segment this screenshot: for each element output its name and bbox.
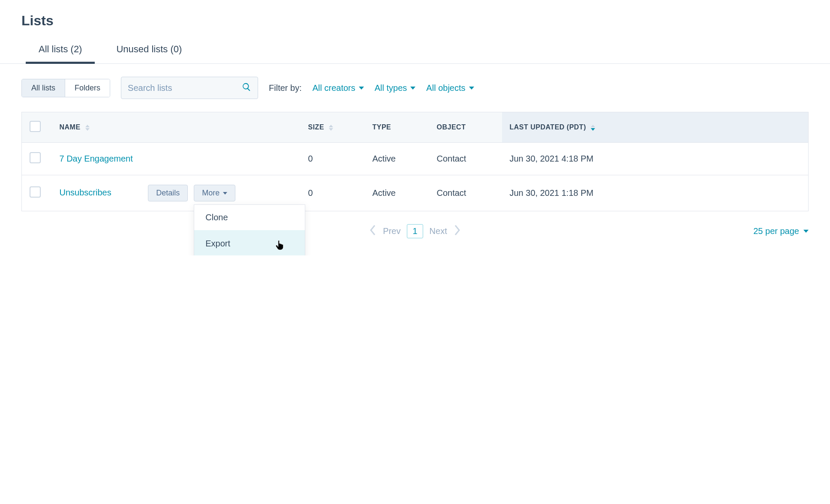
filter-creators-label: All creators bbox=[313, 83, 355, 93]
next-arrow-icon[interactable] bbox=[454, 225, 460, 238]
filter-objects[interactable]: All objects bbox=[426, 83, 474, 93]
details-button[interactable]: Details bbox=[148, 185, 188, 201]
caret-down-icon bbox=[410, 87, 415, 90]
list-name-link[interactable]: 7 Day Engagement bbox=[60, 154, 133, 163]
view-segmented: All lists Folders bbox=[21, 79, 110, 97]
caret-down-icon bbox=[223, 192, 227, 195]
table-row: Unsubscribes Details More Clone Exp bbox=[22, 175, 809, 211]
more-button-label: More bbox=[202, 189, 220, 198]
cell-last-updated: Jun 30, 2021 1:18 PM bbox=[502, 175, 809, 211]
menu-clone[interactable]: Clone bbox=[194, 205, 305, 230]
row-checkbox[interactable] bbox=[30, 186, 41, 198]
cell-last-updated: Jun 30, 2021 4:18 PM bbox=[502, 143, 809, 175]
row-checkbox[interactable] bbox=[30, 152, 41, 163]
per-page-dropdown[interactable]: 25 per page bbox=[753, 226, 809, 236]
caret-down-icon bbox=[469, 87, 474, 90]
col-name-label: NAME bbox=[60, 123, 81, 131]
col-size-label: SIZE bbox=[308, 123, 325, 131]
col-last-updated[interactable]: LAST UPDATED (PDT) bbox=[502, 112, 809, 143]
col-object[interactable]: OBJECT bbox=[429, 112, 502, 143]
cell-type: Active bbox=[365, 175, 429, 211]
toolbar: All lists Folders Filter by: All creator… bbox=[21, 77, 809, 99]
search-wrap bbox=[121, 77, 258, 99]
col-object-label: OBJECT bbox=[437, 123, 466, 131]
filter-objects-label: All objects bbox=[426, 83, 465, 93]
segment-folders[interactable]: Folders bbox=[65, 79, 110, 97]
prev-button[interactable]: Prev bbox=[383, 226, 400, 236]
sort-icon bbox=[85, 125, 90, 131]
page-number[interactable]: 1 bbox=[407, 224, 423, 238]
sort-icon bbox=[591, 125, 595, 131]
sort-icon bbox=[329, 125, 333, 131]
search-input[interactable] bbox=[128, 83, 242, 93]
next-button[interactable]: Next bbox=[430, 226, 447, 236]
page-title: Lists bbox=[21, 13, 809, 29]
tab-all-lists[interactable]: All lists (2) bbox=[39, 44, 82, 63]
tabs: All lists (2) Unused lists (0) bbox=[0, 44, 830, 64]
menu-export-label: Export bbox=[205, 239, 230, 249]
list-name-link[interactable]: Unsubscribes bbox=[60, 188, 111, 197]
col-checkbox bbox=[22, 112, 52, 143]
row-actions: Details More Clone Export bbox=[148, 185, 235, 201]
lists-table: NAME SIZE TYPE OBJECT LAST UPDATED (PDT) bbox=[21, 112, 809, 211]
select-all-checkbox[interactable] bbox=[30, 121, 41, 132]
segment-all-lists[interactable]: All lists bbox=[22, 79, 65, 97]
cell-type: Active bbox=[365, 143, 429, 175]
more-menu: Clone Export Move to folder View perfo bbox=[194, 204, 305, 255]
filter-types-label: All types bbox=[375, 83, 407, 93]
col-last-updated-label: LAST UPDATED (PDT) bbox=[510, 123, 586, 131]
more-button[interactable]: More bbox=[194, 185, 235, 201]
pagination: Prev 1 Next 25 per page bbox=[21, 224, 809, 238]
search-icon[interactable] bbox=[242, 82, 251, 93]
caret-down-icon bbox=[359, 87, 364, 90]
cell-size: 0 bbox=[301, 143, 365, 175]
cell-object: Contact bbox=[429, 175, 502, 211]
filter-bar: Filter by: All creators All types All ob… bbox=[269, 83, 474, 93]
cell-size: 0 bbox=[301, 175, 365, 211]
col-type[interactable]: TYPE bbox=[365, 112, 429, 143]
caret-down-icon bbox=[803, 230, 809, 233]
col-type-label: TYPE bbox=[373, 123, 391, 131]
cursor-hand-icon bbox=[275, 240, 285, 251]
col-size[interactable]: SIZE bbox=[301, 112, 365, 143]
table-row: 7 Day Engagement 0 Active Contact Jun 30… bbox=[22, 143, 809, 175]
prev-arrow-icon[interactable] bbox=[370, 225, 376, 238]
col-name[interactable]: NAME bbox=[52, 112, 301, 143]
filter-creators[interactable]: All creators bbox=[313, 83, 364, 93]
filter-label: Filter by: bbox=[269, 83, 302, 93]
cell-object: Contact bbox=[429, 143, 502, 175]
menu-export[interactable]: Export bbox=[194, 230, 305, 255]
per-page-label: 25 per page bbox=[753, 226, 799, 236]
tab-unused-lists[interactable]: Unused lists (0) bbox=[116, 44, 182, 63]
filter-types[interactable]: All types bbox=[375, 83, 416, 93]
